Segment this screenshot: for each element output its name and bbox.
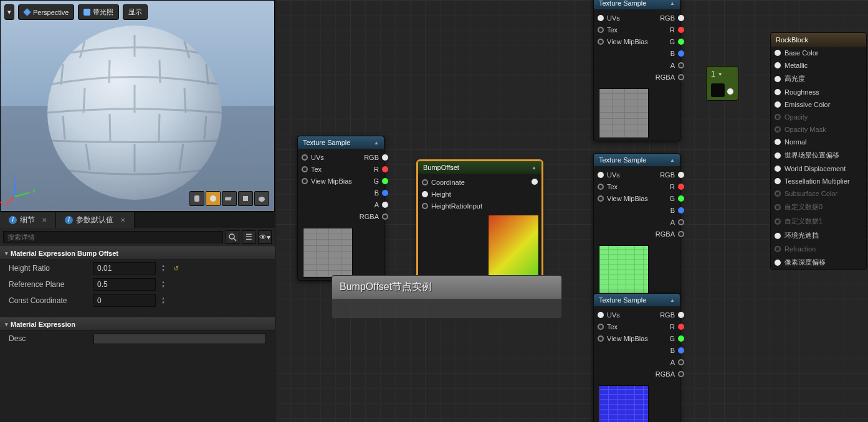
- search-button[interactable]: [226, 230, 239, 244]
- material-graph[interactable]: Texture Sample▲ UVs Tex View MipBias RGB…: [275, 0, 868, 422]
- prop-reference-plane: Reference Plane 0.5 ▲▼: [0, 276, 275, 293]
- height-ratio-input[interactable]: 0.01: [93, 262, 156, 274]
- result-pin-像素深度偏移[interactable]: 像素深度偏移: [775, 258, 862, 267]
- details-tabs: i细节✕ i参数默认值✕: [0, 212, 275, 228]
- spinner[interactable]: ▲▼: [160, 296, 167, 305]
- result-pin-roughness[interactable]: Roughness: [775, 88, 862, 96]
- svg-rect-0: [194, 195, 199, 202]
- result-pin-world-displacement[interactable]: World Displacement: [775, 165, 862, 172]
- tab-details[interactable]: i细节✕: [0, 212, 56, 228]
- lighting-button[interactable]: 带光照: [78, 4, 119, 20]
- node-texture-sample-2[interactable]: Texture Sample▲ UVs Tex View MipBias RGB…: [593, 0, 680, 141]
- result-title: RockBlock: [771, 33, 866, 47]
- pin-output[interactable]: [532, 179, 538, 185]
- node-constant-1[interactable]: 1▼: [706, 66, 738, 101]
- result-pin-tessellation-multiplier[interactable]: Tessellation Multiplier: [775, 177, 862, 185]
- info-icon: i: [65, 216, 73, 224]
- svg-point-1: [210, 195, 216, 202]
- result-pin-emissive-color[interactable]: Emissive Color: [775, 101, 862, 108]
- result-pin-normal[interactable]: Normal: [775, 138, 862, 146]
- close-icon[interactable]: ✕: [120, 217, 125, 223]
- search-input[interactable]: [3, 231, 223, 243]
- svg-point-5: [229, 234, 234, 239]
- desc-input[interactable]: [93, 333, 266, 344]
- close-icon[interactable]: ✕: [42, 217, 47, 223]
- pin-coordinate[interactable]: [422, 179, 428, 185]
- comment-node[interactable]: BumpOffset节点实例: [331, 275, 562, 319]
- tab-defaults[interactable]: i参数默认值✕: [56, 212, 135, 228]
- node-bump-offset[interactable]: BumpOffset▲ Coordinate Height HeightRati…: [417, 161, 542, 286]
- perspective-icon: [23, 8, 31, 16]
- preview-viewport[interactable]: ▾ Perspective 带光照 显示: [0, 0, 275, 212]
- bump-preview: [488, 215, 539, 283]
- comment-title[interactable]: BumpOffset节点实例: [332, 276, 561, 299]
- node-material-result[interactable]: RockBlock Base ColorMetallic高光度Roughness…: [770, 32, 867, 270]
- filter-button[interactable]: ☰: [242, 230, 255, 244]
- texture-preview: [599, 88, 649, 138]
- sphere-button[interactable]: [206, 191, 221, 206]
- pin-a[interactable]: [382, 202, 388, 208]
- pin-tex[interactable]: [302, 166, 308, 172]
- reference-plane-input[interactable]: 0.5: [93, 278, 156, 291]
- prop-height-ratio: Height Ratio 0.01 ▲▼ ↺: [0, 260, 275, 276]
- svg-rect-3: [243, 196, 248, 201]
- plane-button[interactable]: [222, 191, 237, 206]
- pin-height[interactable]: [422, 191, 428, 197]
- spinner[interactable]: ▲▼: [160, 264, 167, 273]
- svg-line-6: [234, 238, 236, 241]
- prop-const-coordinate: Const Coordinate 0 ▲▼: [0, 293, 275, 309]
- result-pin-subsurface-color[interactable]: Subsurface Color: [775, 190, 862, 197]
- pin-rgb[interactable]: [382, 154, 388, 161]
- node-texture-sample-1[interactable]: Texture Sample▲ UVs Tex View MipBias RGB…: [297, 136, 384, 281]
- texture-preview: [599, 385, 649, 422]
- cube-icon: [83, 9, 90, 16]
- revert-icon[interactable]: ↺: [173, 265, 179, 273]
- const-coord-input[interactable]: 0: [93, 294, 156, 307]
- svg-rect-2: [225, 197, 232, 200]
- pin-g[interactable]: [382, 178, 388, 184]
- result-pin-世界场景位置偏移[interactable]: 世界场景位置偏移: [775, 151, 862, 160]
- left-panel: ▾ Perspective 带光照 显示 i细节✕ i参数默认值✕: [0, 0, 275, 422]
- preview-sphere: [47, 26, 222, 200]
- node-texture-sample-3[interactable]: Texture Sample▲ UVs Tex View MipBias RGB…: [593, 153, 680, 298]
- pin-b[interactable]: [382, 190, 388, 196]
- pin-view-mip[interactable]: [302, 178, 308, 184]
- texture-preview: [303, 228, 353, 278]
- result-pin-高光度[interactable]: 高光度: [775, 74, 862, 83]
- svg-point-4: [259, 197, 265, 202]
- result-pin-refraction[interactable]: Refraction: [775, 245, 862, 253]
- teapot-button[interactable]: [254, 191, 269, 206]
- pin-uvs[interactable]: [302, 154, 308, 161]
- pin-output[interactable]: [727, 88, 733, 95]
- perspective-button[interactable]: Perspective: [18, 4, 74, 20]
- node-texture-sample-4[interactable]: Texture Sample▲ UVs Tex View MipBias RGB…: [593, 293, 680, 422]
- section-material-expression[interactable]: Material Expression: [0, 317, 275, 331]
- prop-desc: Desc: [0, 331, 275, 346]
- cylinder-button[interactable]: [189, 191, 204, 206]
- result-pin-base-color[interactable]: Base Color: [775, 49, 862, 57]
- search-row: ☰ 👁▾: [0, 228, 275, 246]
- cube-button[interactable]: [238, 191, 253, 206]
- pin-rgba[interactable]: [382, 213, 388, 220]
- pin-height-ratio-input[interactable]: [422, 203, 428, 209]
- result-pin-自定义数据1[interactable]: 自定义数据1: [775, 217, 862, 226]
- result-pin-opacity-mask[interactable]: Opacity Mask: [775, 126, 862, 133]
- viewport-options-dropdown[interactable]: ▾: [4, 4, 14, 20]
- pin-r[interactable]: [382, 166, 388, 172]
- viewport-toolbar: ▾ Perspective 带光照 显示: [4, 4, 148, 20]
- result-pin-metallic[interactable]: Metallic: [775, 62, 862, 69]
- spinner[interactable]: ▲▼: [160, 280, 167, 289]
- primitive-shape-buttons: [189, 191, 269, 206]
- show-button[interactable]: 显示: [123, 4, 148, 20]
- section-bump-offset[interactable]: Material Expression Bump Offset: [0, 246, 275, 260]
- eye-dropdown[interactable]: 👁▾: [258, 230, 272, 244]
- result-pin-自定义数据0[interactable]: 自定义数据0: [775, 202, 862, 212]
- texture-preview: [599, 245, 649, 295]
- info-icon: i: [9, 216, 17, 224]
- result-pin-环境光遮挡[interactable]: 环境光遮挡: [775, 231, 862, 240]
- result-pin-opacity[interactable]: Opacity: [775, 113, 862, 121]
- axis-gizmo: [7, 180, 32, 205]
